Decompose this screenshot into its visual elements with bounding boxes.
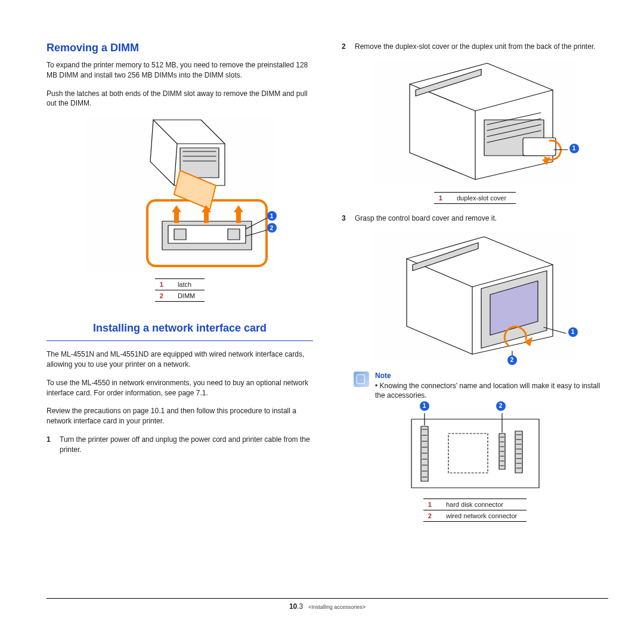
svg-rect-34	[421, 426, 428, 481]
heading-install-nic: Installing a network interface card	[47, 322, 313, 335]
callout-1: 1	[267, 211, 277, 221]
para-dimm-expand: To expand the printer memory to 512 MB, …	[47, 60, 313, 80]
svg-marker-11	[172, 205, 181, 223]
note-block: Note • Knowing the connectors' name and …	[354, 371, 608, 400]
figure-connectors: 1 2 1hard disk connector 2wired network …	[342, 408, 608, 522]
callout-conn-1: 1	[420, 401, 429, 411]
note-label: Note	[375, 371, 608, 380]
svg-rect-9	[174, 229, 186, 240]
svg-rect-44	[448, 434, 488, 473]
figure-duplex-cover: 1 1duplex-slot cover	[342, 60, 608, 204]
callout-board-1: 1	[568, 327, 578, 337]
figure-control-board: 1 2	[342, 232, 608, 362]
svg-marker-12	[234, 205, 243, 223]
figure-dimm-remove: 1 2 1latch 2DIMM	[47, 117, 313, 302]
page-footer: 10.3 <Installing accessories>	[47, 598, 608, 611]
printer-duplex-illustration	[374, 60, 577, 185]
connectors-illustration	[407, 408, 544, 492]
heading-removing-dimm: Removing a DIMM	[47, 42, 313, 54]
step-3: 3 Grasp the control board cover and remo…	[342, 213, 608, 224]
right-column: 2 Remove the duplex-slot cover or the du…	[342, 42, 608, 531]
step-1: 1 Turn the printer power off and unplug …	[47, 435, 313, 455]
callout-board-2: 2	[507, 355, 517, 365]
legend-duplex: 1duplex-slot cover	[434, 192, 516, 204]
callout-2: 2	[267, 223, 277, 233]
printer-board-illustration	[374, 232, 577, 360]
step-2: 2 Remove the duplex-slot cover or the du…	[342, 42, 608, 52]
legend-dimm: 1latch 2DIMM	[155, 278, 205, 302]
left-column: Removing a DIMM To expand the printer me…	[47, 42, 313, 531]
para-dimm-push: Push the latches at both ends of the DIM…	[47, 89, 313, 109]
note-icon	[354, 371, 369, 387]
svg-rect-10	[228, 229, 240, 240]
callout-duplex-1: 1	[569, 144, 579, 153]
para-nic-review: Review the precautions on page 10.1 and …	[47, 406, 313, 426]
legend-connectors: 1hard disk connector 2wired network conn…	[423, 499, 527, 522]
printer-dimm-illustration	[85, 117, 275, 272]
callout-conn-2: 2	[496, 401, 506, 411]
svg-rect-53	[515, 431, 522, 473]
note-text: • Knowing the connectors' name and locat…	[375, 381, 608, 400]
para-nic-equip: The ML-4551N and ML-4551ND are equipped …	[47, 349, 313, 370]
para-nic-buy: To use the ML-4550 in network environmen…	[47, 378, 313, 398]
